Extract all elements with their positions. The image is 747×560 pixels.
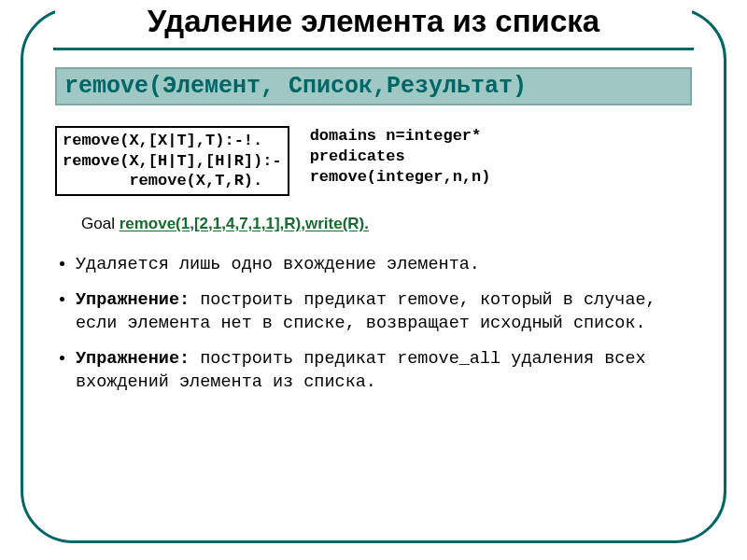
declarations: domains n=integer* predicates remove(int… [310,126,491,188]
code-row: remove(X,[X|T],T):-!. remove(X,[H|T],[H|… [55,126,692,196]
bullet-text: Удаляется лишь одно вхождение элемента. [76,255,480,274]
code-box: remove(X,[X|T],T):-!. remove(X,[H|T],[H|… [55,126,289,196]
signature-banner: remove(Элемент, Список,Результат) [55,67,692,105]
list-item: Упражнение: построить предикат remove_al… [76,348,692,394]
slide-frame: Удаление элемента из списка remove(Элеме… [21,7,726,543]
goal-code: remove(1,[2,1,4,7,1,1],R),write(R). [120,215,369,232]
slide-title: Удаление элемента из списка [55,5,692,38]
bullet-label: Упражнение: [76,349,190,369]
bullet-list: Удаляется лишь одно вхождение элемента. … [55,254,692,394]
goal-line: Goal remove(1,[2,1,4,7,1,1],R),write(R). [81,215,692,233]
divider [53,48,694,50]
goal-label: Goal [81,215,120,232]
list-item: Упражнение: построить предикат remove, к… [76,289,692,335]
list-item: Удаляется лишь одно вхождение элемента. [76,254,692,276]
bullet-label: Упражнение: [76,290,190,310]
